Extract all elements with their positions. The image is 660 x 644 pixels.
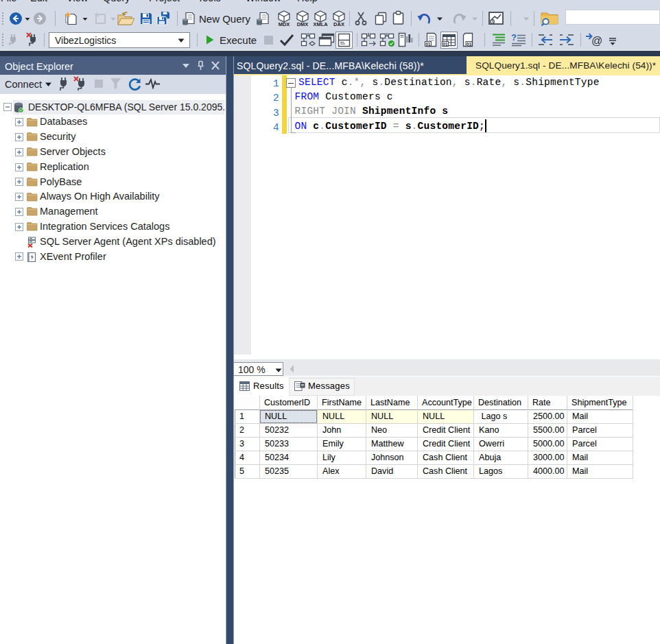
svg-text:DAX: DAX [333, 21, 344, 27]
svg-text:MDX: MDX [279, 21, 290, 27]
svg-text:01: 01 [443, 42, 448, 47]
svg-text:01: 01 [467, 42, 472, 47]
svg-text:01: 01 [425, 42, 431, 47]
svg-text:@: @ [591, 35, 602, 47]
svg-text:?: ? [511, 33, 517, 43]
svg-text:DMX: DMX [297, 21, 309, 27]
svg-text:XMLA: XMLA [313, 21, 328, 27]
